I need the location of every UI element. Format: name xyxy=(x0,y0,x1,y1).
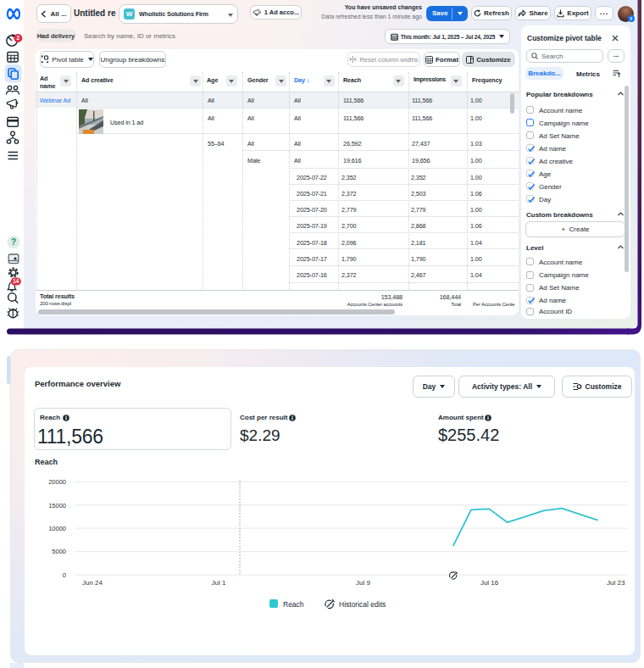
svg-text:Jul 9: Jul 9 xyxy=(356,579,370,587)
svg-text:15000: 15000 xyxy=(48,502,66,509)
svg-text:Jun 24: Jun 24 xyxy=(82,579,103,587)
svg-text:20000: 20000 xyxy=(48,478,66,486)
svg-text:Jul 23: Jul 23 xyxy=(607,579,625,587)
svg-text:0: 0 xyxy=(63,571,66,579)
svg-text:10000: 10000 xyxy=(48,525,66,532)
svg-text:5000: 5000 xyxy=(52,548,66,555)
svg-text:Jul 1: Jul 1 xyxy=(212,579,226,587)
svg-text:Jul 16: Jul 16 xyxy=(480,579,499,587)
